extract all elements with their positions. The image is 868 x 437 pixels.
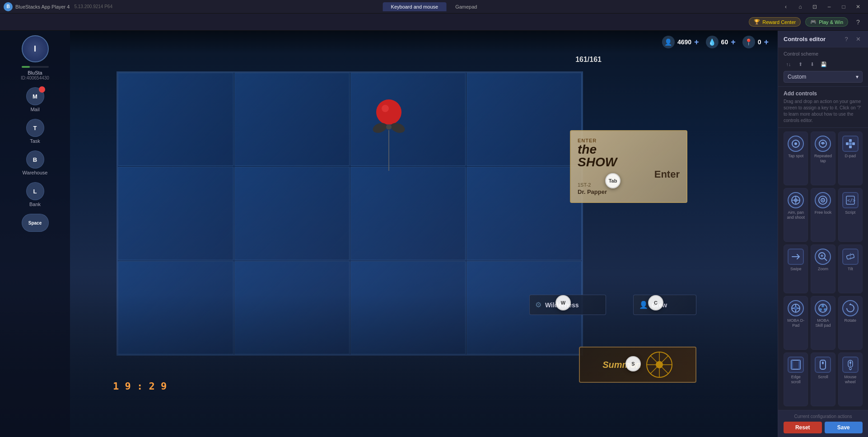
svg-point-15 [822, 143, 824, 145]
scheme-icon-save[interactable]: 💾 [819, 59, 829, 69]
tab-keybind: Tab [605, 173, 621, 188]
mail-icon: M [26, 87, 44, 105]
resource-coins: 👤 4690 + [662, 36, 699, 48]
sidebar-item-space[interactable]: Space [10, 211, 60, 234]
ctrl-scroll[interactable]: Scroll [811, 352, 835, 406]
reset-button[interactable]: Reset [784, 422, 822, 433]
ctrl-moba-dpad[interactable]: MOBA D-Pad [784, 296, 808, 350]
show-card[interactable]: ENTER theSHOW Enter 1ST-2 Dr. Papper [570, 130, 687, 203]
task-label: Task [30, 138, 40, 144]
ctrl-free-look[interactable]: Free look [811, 188, 835, 242]
dpad-label: D-pad [845, 154, 856, 159]
reward-center-button[interactable]: 🏆 Reward Center [749, 17, 801, 27]
svg-point-0 [376, 99, 401, 125]
ctrl-dpad[interactable]: D-pad [838, 132, 863, 185]
sidebar-item-bank[interactable]: L Bank [10, 180, 60, 209]
reward-label: Reward Center [762, 19, 796, 25]
play-win-button[interactable]: 🎮 Play & Win [805, 17, 848, 27]
control-scheme-section: Control scheme ↑↓ ⬆ ⬇ 💾 Custom ▾ [778, 47, 868, 87]
exp-bar [22, 66, 49, 68]
w-keybind: W [555, 295, 571, 310]
ctrl-tap-spot[interactable]: Tap spot [784, 132, 808, 185]
game-area[interactable]: I BluSta ID:400654430 M Mail T Ta [0, 31, 778, 437]
scheme-icon-import[interactable]: ⬆ [795, 59, 805, 69]
sidebar-item-warehouse[interactable]: B Warehouse [10, 148, 60, 178]
ctrl-rotate[interactable]: Rotate [838, 296, 863, 350]
aim-pan-shoot-label: Aim, pan and shoot [786, 210, 806, 220]
svg-marker-46 [849, 303, 852, 305]
minimize-button[interactable]: – [823, 2, 835, 11]
svg-line-31 [824, 258, 827, 261]
tilt-icon [842, 249, 859, 265]
show-action: Enter [578, 169, 680, 180]
moba-dpad-label: MOBA D-Pad [786, 318, 806, 328]
close-button[interactable]: ✕ [852, 2, 864, 11]
ctrl-moba-skill-pad[interactable]: MOBA Skill pad [811, 296, 835, 350]
c-keybind: C [648, 295, 663, 310]
mouse-wheel-icon [842, 357, 859, 373]
tap-spot-icon [788, 136, 804, 152]
ctrl-swipe[interactable]: Swipe [784, 244, 808, 293]
repeated-tap-icon [815, 136, 831, 152]
svg-point-4 [386, 124, 392, 130]
svg-rect-51 [822, 362, 824, 364]
help-button[interactable]: ? [853, 17, 863, 28]
playnwin-label: Play & Win [819, 19, 843, 25]
edge-scroll-icon [788, 357, 804, 373]
wilderness-icon: ⚙ [535, 301, 541, 309]
save-button[interactable]: Save [825, 422, 863, 433]
scheme-icon-export[interactable]: ⬇ [807, 59, 817, 69]
scheme-icon-share[interactable]: ↑↓ [784, 59, 793, 69]
avatar: I [22, 35, 49, 62]
crew-card[interactable]: 👤 Crew [633, 295, 696, 315]
tab-keyboard-mouse[interactable]: Keyboard and mouse [383, 2, 447, 11]
maximize-button[interactable]: □ [837, 2, 850, 11]
add-gems-button[interactable]: + [731, 38, 736, 47]
panel-title: Controls editor [784, 36, 826, 42]
zoom-icon [815, 249, 831, 265]
svg-rect-19 [852, 142, 855, 145]
ctrl-aim-pan-shoot[interactable]: Aim, pan and shoot [784, 188, 808, 242]
svg-point-44 [819, 308, 822, 311]
free-look-label: Free look [815, 210, 832, 215]
panel-footer: Current configuration actions Reset Save [778, 410, 868, 437]
rotate-label: Rotate [845, 318, 857, 323]
add-tickets-button[interactable]: + [764, 38, 769, 47]
scheme-dropdown[interactable]: Custom ▾ [784, 71, 863, 83]
panel-question-button[interactable]: ? [842, 34, 851, 43]
coins-icon: 👤 [662, 36, 675, 48]
panel-close-button[interactable]: ✕ [854, 34, 863, 43]
ctrl-edge-scroll[interactable]: Edge scroll [784, 352, 808, 406]
script-icon: </> [842, 192, 859, 208]
svg-point-13 [794, 142, 797, 145]
footer-buttons: Reset Save [784, 422, 863, 433]
gems-icon: 💧 [706, 36, 719, 48]
add-coins-button[interactable]: + [694, 38, 699, 47]
nav-back-button[interactable]: ‹ [779, 2, 792, 11]
svg-text:</>: </> [847, 198, 855, 203]
scroll-icon [815, 357, 831, 373]
ctrl-mouse-wheel[interactable]: Mouse wheel [838, 352, 863, 406]
ctrl-script[interactable]: </> Script [838, 188, 863, 242]
resource-gems: 💧 60 + [706, 36, 736, 48]
nav-bookmark-button[interactable]: ⊡ [808, 2, 821, 11]
controls-panel: Controls editor ? ✕ Control scheme ↑↓ ⬆ … [778, 31, 868, 437]
sidebar-item-mail[interactable]: M Mail [10, 85, 60, 114]
nav-home-button[interactable]: ⌂ [794, 2, 807, 11]
scheme-label: Control scheme [784, 51, 863, 56]
window-controls: ‹ ⌂ ⊡ – □ ✕ [779, 2, 864, 11]
cherry-balloon [371, 99, 407, 171]
svg-rect-16 [849, 139, 852, 142]
ctrl-tilt[interactable]: Tilt [838, 244, 863, 293]
profile-name: BluSta [28, 70, 42, 75]
sidebar-item-task[interactable]: T Task [10, 117, 60, 146]
bank-icon: L [26, 182, 44, 200]
svg-point-43 [821, 305, 824, 307]
exp-fill [22, 66, 30, 68]
summon-wheel-icon [646, 351, 673, 378]
tab-gamepad[interactable]: Gamepad [447, 2, 485, 11]
svg-point-45 [824, 308, 826, 311]
ctrl-zoom[interactable]: Zoom [811, 244, 835, 293]
ctrl-repeated-tap[interactable]: Repeated tap [811, 132, 835, 185]
moba-skill-pad-icon [815, 300, 831, 316]
